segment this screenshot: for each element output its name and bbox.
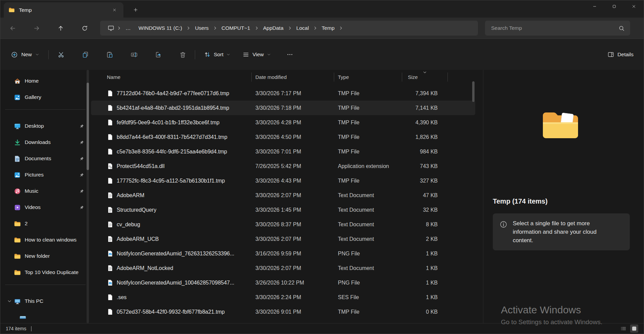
chevron-right-icon xyxy=(339,26,343,30)
sidebar-item-how-to-clean-windows[interactable]: How to clean windows xyxy=(2,233,87,247)
file-date-modified: 7/26/2025 5:42 PM xyxy=(251,163,334,169)
sidebar-item-videos[interactable]: Videos xyxy=(2,201,87,214)
search-icon[interactable] xyxy=(618,25,625,32)
up-button[interactable] xyxy=(54,22,67,34)
sidebar-item-downloads[interactable]: Downloads xyxy=(2,135,87,149)
file-row[interactable]: AdobeARM_NotLocked 3/30/2026 2:07 PM Tex… xyxy=(91,261,477,275)
text-file-icon xyxy=(107,221,114,228)
monitor-icon xyxy=(108,25,114,32)
sidebar-item-music[interactable]: Music xyxy=(2,184,87,198)
file-row[interactable]: StructuredQuery 3/30/2026 1:45 PM Text D… xyxy=(91,203,477,217)
address-bar[interactable]: …WINDOWS 11 (C:)UsersCOMPUT~1AppDataLoca… xyxy=(100,21,478,36)
breadcrumb-item-windows-11-c[interactable]: WINDOWS 11 (C:) xyxy=(135,23,186,34)
file-row-partial[interactable] xyxy=(91,319,477,323)
file-type: Text Document xyxy=(334,265,402,271)
file-row[interactable]: Protect544cd51a.dll 7/26/2025 5:42 PM Ap… xyxy=(91,159,477,173)
new-button[interactable]: New xyxy=(6,48,44,61)
text-file-icon xyxy=(107,206,114,213)
minimize-button[interactable] xyxy=(585,0,604,13)
paste-button[interactable] xyxy=(102,48,117,61)
column-header-name[interactable]: Name xyxy=(91,70,251,84)
file-date-modified: 3/30/2026 9:01 PM xyxy=(251,309,334,315)
sidebar-item-gallery[interactable]: Gallery xyxy=(2,90,87,104)
file-row[interactable]: fe9fdf95-0ee9-4c01-b1fb-1ff32e3bce6f.tmp… xyxy=(91,115,477,130)
sidebar-item-drive-partial[interactable] xyxy=(2,311,87,323)
sidebar-item-new-folder[interactable]: New folder xyxy=(2,249,87,263)
file-type: TMP File xyxy=(334,178,402,184)
folder-icon xyxy=(14,220,21,227)
tab-temp[interactable]: Temp xyxy=(4,2,123,18)
file-row[interactable]: .ses 3/30/2026 2:24 PM SES File 1 KB xyxy=(91,290,477,305)
file-icon xyxy=(107,104,114,111)
maximize-icon xyxy=(612,4,617,9)
view-list-icon xyxy=(620,326,626,332)
file-row[interactable]: 177752fc-f8c3-4c95-a112-5a7b6130b1f1.tmp… xyxy=(91,173,477,188)
file-row[interactable]: NotifyIconGeneratedAumid_762631326253396… xyxy=(91,246,477,261)
sidebar-separator xyxy=(5,109,86,110)
column-header-type[interactable]: Type xyxy=(334,70,402,84)
file-row[interactable]: AdobeARM_UCB 3/30/2026 2:07 PM Text Docu… xyxy=(91,232,477,246)
rename-button[interactable] xyxy=(127,48,141,61)
details-toggle-button[interactable]: Details xyxy=(603,48,638,61)
sidebar-item-documents[interactable]: Documents xyxy=(2,152,87,165)
file-type: PNG File xyxy=(334,280,402,286)
file-size: 743 KB xyxy=(402,163,448,169)
column-header-date-modified[interactable]: Date modified xyxy=(251,70,334,84)
cut-button[interactable] xyxy=(53,48,68,61)
chevron-down-icon xyxy=(267,53,271,57)
breadcrumb-item-comput-1[interactable]: COMPUT~1 xyxy=(218,23,254,34)
column-header-size[interactable]: Size xyxy=(402,70,448,84)
file-row[interactable]: c5e7b3e8-8356-44fc-9df6-215aa4e6b9d4.tmp… xyxy=(91,144,477,159)
file-size: 32 KB xyxy=(402,207,448,213)
copy-button[interactable] xyxy=(78,48,93,61)
new-tab-button[interactable] xyxy=(131,5,141,15)
details-view-button[interactable] xyxy=(619,325,627,333)
tab-close-button[interactable] xyxy=(110,6,119,15)
breadcrumb-item-appdata[interactable]: AppData xyxy=(259,23,287,34)
share-button[interactable] xyxy=(151,48,166,61)
maximize-button[interactable] xyxy=(604,0,624,13)
file-row[interactable]: 0572ed37-58b4-42f0-9932-fbf677fb8a21.tmp… xyxy=(91,305,477,319)
sidebar-item-desktop[interactable]: Desktop xyxy=(2,119,87,133)
sidebar-item-2[interactable]: 2 xyxy=(2,217,87,230)
forward-button[interactable] xyxy=(30,22,43,34)
breadcrumb-item-local[interactable]: Local xyxy=(293,23,313,34)
folder-icon xyxy=(14,236,21,244)
sidebar-item-top-10-video-duplicate[interactable]: Top 10 Video Duplicate xyxy=(2,266,87,279)
large-icons-view-button[interactable] xyxy=(630,325,638,333)
pin-icon xyxy=(79,189,84,194)
filelist-scrollbar-thumb[interactable] xyxy=(472,81,475,102)
tab-title: Temp xyxy=(19,7,32,13)
file-name: 177752fc-f8c3-4c95-a112-5a7b6130b1f1.tmp xyxy=(91,173,251,188)
details-panel-icon xyxy=(607,51,614,58)
png-file-icon xyxy=(107,250,114,257)
sidebar-item-pictures[interactable]: Pictures xyxy=(2,168,87,182)
file-row[interactable]: 77122d04-76b0-4a42-b9d7-e77fee0717d6.tmp… xyxy=(91,86,477,101)
view-button[interactable]: View xyxy=(238,48,275,61)
refresh-button[interactable] xyxy=(78,22,91,34)
file-row[interactable]: AdobeARM 3/30/2026 2:07 PM Text Document… xyxy=(91,188,477,203)
search-box[interactable] xyxy=(485,21,630,36)
sort-button[interactable]: Sort xyxy=(200,48,234,61)
chevron-down-icon xyxy=(35,53,39,57)
breadcrumb-item-users[interactable]: Users xyxy=(191,23,212,34)
file-row[interactable]: cv_debug 3/30/2026 8:37 PM Text Document… xyxy=(91,217,477,232)
details-button-label: Details xyxy=(618,51,634,58)
delete-button[interactable] xyxy=(175,48,190,61)
file-icon xyxy=(107,90,114,97)
sidebar-item-label: Pictures xyxy=(25,172,44,178)
search-input[interactable] xyxy=(490,25,618,32)
close-window-button[interactable] xyxy=(624,0,644,13)
sidebar-scrollbar-thumb[interactable] xyxy=(87,83,89,170)
sidebar-item-home[interactable]: Home xyxy=(2,74,87,88)
more-options-button[interactable] xyxy=(283,48,297,61)
back-button[interactable] xyxy=(6,22,19,34)
breadcrumb-overflow[interactable]: … xyxy=(122,23,135,34)
breadcrumb-item-temp[interactable]: Temp xyxy=(318,23,338,34)
file-icon xyxy=(107,294,114,301)
sidebar-item-this-pc[interactable]: This PC xyxy=(2,294,87,308)
file-row[interactable]: NotifyIconGeneratedAumid_100462857098547… xyxy=(91,275,477,290)
breadcrumb-this-pc[interactable] xyxy=(106,25,116,32)
file-row[interactable]: 5b4241af-e4a8-4bb7-abd2-1951da1b8954.tmp… xyxy=(91,101,475,115)
file-row[interactable]: b8dd7a44-6ef3-400f-8311-7b5427d7d341.tmp… xyxy=(91,130,477,144)
